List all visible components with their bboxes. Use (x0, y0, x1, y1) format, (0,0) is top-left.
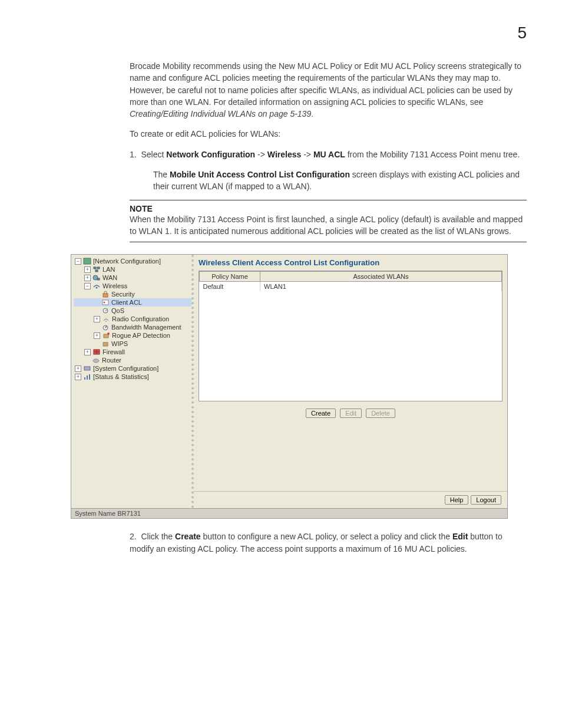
step2-b2: Edit (452, 532, 468, 541)
collapse-icon[interactable]: − (75, 258, 81, 265)
intro-crossref: Creating/Editing Individual WLANs on pag… (130, 109, 311, 118)
create-button[interactable]: Create (306, 409, 336, 418)
tree-network-configuration[interactable]: − [Network Configuration] (74, 257, 191, 265)
svg-rect-3 (95, 270, 98, 272)
screenshot-figure: − [Network Configuration] + LAN + WAN − … (71, 254, 508, 519)
tree-label: Firewall (103, 348, 125, 355)
network-icon (83, 258, 91, 265)
svg-rect-1 (94, 267, 96, 269)
client-acl-icon (101, 299, 110, 306)
svg-point-6 (96, 287, 98, 289)
tree-rogue-ap[interactable]: + Rogue AP Detection (74, 331, 191, 340)
panel-title: Wireless Client Access Control List Conf… (194, 255, 507, 271)
rogue-icon (102, 332, 110, 339)
step2-b1: Create (175, 532, 201, 541)
tree-label: [System Configuration] (93, 365, 158, 372)
tree-firewall[interactable]: + Firewall (74, 348, 191, 356)
table-row[interactable]: Default WLAN1 (200, 282, 502, 292)
tree-security[interactable]: Security (74, 290, 191, 298)
svg-point-14 (107, 332, 110, 335)
action-buttons: Create Edit Delete (194, 401, 507, 425)
svg-rect-23 (89, 374, 90, 380)
tree-wireless[interactable]: − Wireless (74, 282, 191, 290)
svg-rect-2 (97, 267, 100, 269)
tree-label: [Status & Statistics] (93, 373, 149, 380)
acl-table: Policy Name Associated WLANs Default WLA… (199, 271, 503, 401)
lead-text: To create or edit ACL policies for WLANs… (130, 128, 527, 140)
tree-label: LAN (103, 266, 115, 273)
stats-icon (83, 373, 91, 380)
radio-icon (102, 315, 110, 322)
step1-m1: -> (255, 150, 267, 159)
col-policy-name[interactable]: Policy Name (200, 272, 260, 282)
firewall-icon (92, 348, 101, 355)
note-rule-bottom (130, 242, 527, 242)
step1-post: from the Mobility 7131 Access Point menu… (345, 150, 520, 159)
step1sub-pre: The (153, 170, 170, 179)
col-associated-wlans[interactable]: Associated WLANs (260, 272, 502, 282)
status-bar: System Name BR7131 (71, 508, 507, 518)
tree-router[interactable]: Router (74, 356, 191, 364)
tree-label: Rogue AP Detection (112, 332, 170, 339)
step2-pre: Click the (141, 532, 175, 541)
expand-icon[interactable]: + (84, 275, 91, 281)
page-number: 5 (35, 24, 527, 42)
tree-wips[interactable]: WIPS (74, 340, 191, 348)
tree-lan[interactable]: + LAN (74, 265, 191, 274)
content-panel: Wireless Client Access Control List Conf… (194, 255, 507, 508)
note-label: NOTE (130, 204, 527, 213)
delete-button[interactable]: Delete (366, 409, 395, 418)
logout-button[interactable]: Logout (471, 495, 501, 505)
tree-client-acl[interactable]: Client ACL (74, 298, 191, 307)
lan-icon (92, 266, 101, 273)
edit-button[interactable]: Edit (340, 409, 362, 418)
tree-label: WIPS (111, 340, 128, 347)
security-icon (101, 291, 110, 298)
tree-bandwidth[interactable]: Bandwidth Management (74, 323, 191, 331)
footer-buttons: Help Logout (194, 491, 507, 508)
expand-icon[interactable]: + (84, 349, 91, 355)
step1-b3: MU ACL (313, 150, 345, 159)
tree-label: Wireless (103, 282, 127, 289)
system-icon (83, 365, 91, 372)
step1-b1: Network Configuration (166, 150, 255, 159)
intro-paragraph: Brocade Mobility recommends using the Ne… (130, 60, 527, 120)
svg-rect-13 (104, 334, 108, 338)
collapse-icon[interactable]: − (84, 283, 91, 289)
step1-m2: -> (301, 150, 313, 159)
expand-icon[interactable]: + (84, 266, 91, 273)
wan-icon (92, 274, 101, 281)
tree-label: [Network Configuration] (93, 258, 161, 265)
note-body: When the Mobility 7131 Access Point is f… (130, 213, 527, 238)
svg-rect-5 (97, 278, 100, 280)
expand-icon[interactable]: + (94, 316, 100, 322)
expand-icon[interactable]: + (94, 332, 100, 339)
step1-b2: Wireless (267, 150, 301, 159)
step1-pre: Select (141, 150, 166, 159)
tree-label: WAN (103, 274, 117, 281)
tree-qos[interactable]: QoS (74, 307, 191, 315)
nav-tree: − [Network Configuration] + LAN + WAN − … (71, 255, 194, 508)
expand-icon[interactable]: + (75, 365, 81, 372)
help-button[interactable]: Help (445, 495, 469, 505)
qos-icon (101, 307, 110, 314)
svg-rect-22 (87, 375, 88, 380)
svg-rect-21 (84, 377, 85, 380)
step-1-sub: The Mobile Unit Access Control List Conf… (153, 169, 527, 193)
tree-label: QoS (111, 307, 124, 314)
step-2: 2. Click the Create button to configure … (130, 531, 527, 555)
tree-label: Radio Configuration (112, 315, 169, 322)
note-rule-top (130, 200, 527, 200)
step1sub-b: Mobile Unit Access Control List Configur… (170, 170, 350, 179)
tree-status-statistics[interactable]: + [Status & Statistics] (74, 373, 191, 381)
router-icon (92, 357, 100, 364)
tree-label: Security (111, 291, 135, 298)
bandwidth-icon (101, 324, 110, 331)
wips-icon (101, 340, 110, 347)
expand-icon[interactable]: + (75, 374, 81, 380)
tree-label: Bandwidth Management (111, 324, 181, 331)
tree-radio-config[interactable]: + Radio Configuration (74, 315, 191, 323)
tree-system-configuration[interactable]: + [System Configuration] (74, 364, 191, 373)
svg-point-19 (93, 359, 99, 363)
tree-wan[interactable]: + WAN (74, 274, 191, 282)
